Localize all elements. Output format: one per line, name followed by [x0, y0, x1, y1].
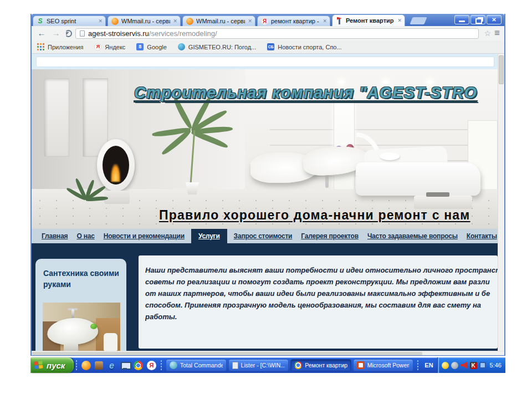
task-buttons: Total Commande... Lister - [C:\WIN... Ре… [164, 359, 415, 371]
windows-logo-icon [34, 361, 44, 370]
site-tagline: Правило хорошего дома-начни ремонт с нам [159, 208, 470, 223]
tab-wmmail-1[interactable]: WMmail.ru - сервис почт ✕ [108, 16, 181, 26]
url-text: agest-stroiservis.ru/services/remodeling… [88, 29, 217, 38]
sink-pedestal [64, 342, 78, 351]
orange-ball-icon[interactable] [81, 361, 91, 370]
browser-window: S SEO sprint ✕ WMmail.ru - сервис почт ✕… [30, 14, 505, 356]
url-path: /services/remodeling/ [149, 29, 217, 38]
forward-icon[interactable]: → [50, 28, 62, 39]
content-line: советы по реализации и помогут создать п… [145, 276, 498, 288]
volume-icon[interactable] [461, 362, 468, 369]
minimize-button[interactable] [454, 15, 469, 24]
language-indicator[interactable]: EN [421, 362, 437, 369]
back-icon[interactable]: ← [36, 28, 47, 39]
sportbox-icon: СБ [267, 43, 274, 50]
sidebar-card[interactable]: Сантехника своими руками [35, 259, 126, 351]
vertical-scrollbar-thumb[interactable] [499, 55, 504, 84]
internet-explorer-icon[interactable]: e [107, 361, 116, 370]
site-title: Строительная компания "AGEST-STRO [134, 84, 477, 102]
site-content: Строительная компания "AGEST-STRO Правил… [32, 54, 498, 351]
tab-wmmail-2[interactable]: WMmail.ru - сервис почт ✕ [182, 16, 255, 26]
tab-close-icon[interactable]: ✕ [95, 18, 105, 24]
gray-tray-icon[interactable] [451, 362, 458, 369]
nav-services[interactable]: Услуги [191, 229, 227, 243]
chrome-icon[interactable] [134, 361, 143, 370]
taskbar-separator [417, 360, 419, 371]
toilet [104, 333, 117, 351]
taskbar-separator [160, 360, 162, 371]
nav-quote[interactable]: Запрос стоимости [234, 232, 293, 240]
brown-app-icon[interactable] [95, 361, 103, 370]
task-powerpoint[interactable]: Microsoft PowerP... [353, 359, 414, 371]
taskbar-separator [75, 360, 78, 371]
window-controls: ✕ [454, 15, 502, 24]
green-soap [90, 324, 97, 329]
start-button[interactable]: пуск [30, 357, 74, 373]
site-top-band [32, 54, 498, 69]
start-label: пуск [47, 361, 65, 370]
bookmark-gismeteo[interactable]: GISMETEO.RU: Погод... [178, 43, 256, 50]
task-lister[interactable]: Lister - [C:\WIN... [228, 359, 289, 371]
horizontal-scrollbar-thumb[interactable] [32, 352, 422, 355]
system-tray: K 5:46 [437, 357, 505, 373]
tab-close-icon[interactable]: ✕ [395, 18, 405, 23]
pillow [380, 152, 400, 160]
restore-button[interactable] [470, 15, 485, 24]
tab-title: WMmail.ru - сервис почт [121, 18, 170, 24]
nav-faq[interactable]: Часто задаваемые вопросы [367, 232, 458, 240]
bookmark-sport-news[interactable]: СБ Новости спорта, Спо... [267, 43, 341, 50]
coffee-table [414, 196, 472, 209]
wall-niche [44, 78, 69, 157]
bookmark-label: Яндекс [105, 44, 125, 50]
tab-title: WMmail.ru - сервис почт [196, 18, 245, 24]
bookmark-star-icon[interactable]: ☆ [484, 29, 492, 38]
tab-seo-sprint[interactable]: S SEO sprint ✕ [33, 16, 106, 26]
nav-home[interactable]: Главная [42, 232, 68, 240]
sofa [356, 162, 480, 196]
magazine [426, 192, 449, 197]
horizontal-scrollbar[interactable] [32, 351, 504, 355]
palm-plant [156, 101, 239, 196]
bookmark-label: GISMETEO.RU: Погод... [188, 44, 256, 50]
bookmark-google[interactable]: 8 Google [136, 43, 166, 50]
small-plant [64, 186, 114, 209]
tab-remont-search[interactable]: Я ремонт квартир - Строи ✕ [257, 16, 330, 26]
blue-tray-icon[interactable] [479, 362, 486, 369]
wmmail-icon [111, 18, 119, 25]
smiley-tray-icon[interactable] [442, 362, 449, 369]
nav-about[interactable]: О нас [76, 232, 94, 240]
gismeteo-icon [178, 43, 185, 50]
nav-gallery[interactable]: Галерея проектов [301, 232, 359, 240]
content-line: способом. Применяя прозрачную модель цен… [145, 299, 498, 311]
task-label: Total Commande... [180, 362, 223, 369]
quick-launch: e Я [79, 361, 158, 370]
tab-remont-active[interactable]: Ремонт квартир - Строи ✕ [332, 14, 405, 26]
clock: 5:46 [488, 362, 502, 369]
browser-toolbar: ← → agest-stroiservis.ru/services/remode… [32, 26, 504, 40]
nav-contacts[interactable]: Контакты [467, 232, 497, 240]
content-line: Наши представители выяснят ваши потребно… [145, 264, 498, 276]
tab-close-icon[interactable]: ✕ [320, 18, 330, 24]
tab-title: ремонт квартир - Строи [271, 18, 320, 24]
tab-close-icon[interactable]: ✕ [170, 18, 180, 24]
bookmark-apps[interactable]: Приложения [37, 43, 83, 50]
menu-icon[interactable]: ≡ [494, 28, 500, 39]
address-bar[interactable]: agest-stroiservis.ru/services/remodeling… [75, 28, 479, 39]
nav-news[interactable]: Новости и рекомендации [104, 232, 185, 240]
new-tab-button[interactable] [410, 17, 427, 24]
content-line: работы. [145, 311, 498, 323]
task-total-commander[interactable]: Total Commande... [166, 359, 227, 371]
close-button[interactable]: ✕ [487, 15, 502, 24]
task-remont-kvartir[interactable]: Ремонт квартир... [290, 359, 351, 371]
tab-close-icon[interactable]: ✕ [245, 18, 255, 24]
vertical-scrollbar[interactable] [498, 54, 504, 351]
show-desktop-icon[interactable] [120, 361, 130, 370]
sidebar-title: Сантехника своими руками [35, 259, 126, 290]
yandex-browser-icon[interactable]: Я [147, 361, 156, 370]
reload-icon[interactable] [65, 30, 72, 37]
crane-icon [336, 17, 343, 24]
bookmark-label: Приложения [48, 44, 83, 50]
bookmark-yandex[interactable]: Я Яндекс [94, 43, 125, 50]
kaspersky-icon[interactable]: K [470, 362, 477, 369]
lister-icon [232, 362, 238, 369]
